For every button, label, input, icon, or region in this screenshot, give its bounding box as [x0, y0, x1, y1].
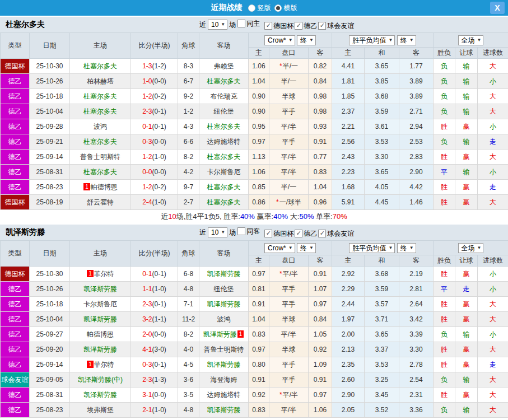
- team-name: 杜塞尔多夫: [83, 108, 117, 115]
- halftime-score: (0-0): [152, 330, 166, 338]
- corner-score: 4-3: [178, 119, 199, 134]
- corner-score: 4-0: [178, 342, 199, 357]
- avg-stage-select[interactable]: 终▼: [397, 35, 416, 45]
- team-name: 卡尔斯鲁厄: [207, 168, 241, 176]
- checkbox-checked-icon: ✓: [318, 230, 326, 237]
- handicap: 平手: [269, 104, 309, 119]
- league-filter-checkbox[interactable]: ✓德国杯: [264, 229, 293, 239]
- home-team: 1帕德博恩: [70, 180, 131, 195]
- home-odds: 0.97: [249, 134, 269, 150]
- home-odds: 0.83: [249, 403, 269, 418]
- layout-radio-option[interactable]: 竖版: [248, 3, 271, 13]
- avg-draw-odds: 3.68: [365, 89, 399, 104]
- fulltime-score: 2-3: [142, 376, 152, 384]
- league-badge: 德乙: [1, 312, 30, 327]
- result-outcome: 平: [434, 165, 455, 180]
- fulltime-score: 2-4: [142, 198, 152, 206]
- odds-provider-select[interactable]: Crow*▼: [264, 35, 295, 45]
- result-outcome: 负: [434, 134, 455, 150]
- away-team: 凯泽斯劳滕: [199, 403, 249, 418]
- league-filter-checkbox[interactable]: ✓球会友谊: [318, 229, 354, 239]
- avg-draw-odds: 3.25: [365, 372, 399, 388]
- home-team: 埃弗斯堡: [70, 403, 131, 418]
- odds-stage-select[interactable]: 终▼: [297, 35, 316, 45]
- avg-home-odds: 2.44: [332, 297, 365, 312]
- fullgame-select[interactable]: 全场▼: [458, 35, 484, 45]
- score: 3-2(1-1): [131, 312, 178, 327]
- team-name: 凯泽斯劳滕: [207, 300, 241, 308]
- select-value: 全场: [462, 244, 475, 252]
- fullgame-select[interactable]: 全场▼: [458, 243, 484, 253]
- away-odds: 0.83: [309, 165, 332, 180]
- layout-radio-selected[interactable]: 横版: [274, 3, 297, 13]
- avg-odds-select[interactable]: 胜平负均值▼: [349, 243, 395, 253]
- chevron-down-icon: ▼: [477, 36, 482, 44]
- odds-stage-select[interactable]: 终▼: [297, 243, 316, 253]
- match-row: 德国杯25-08-19舒云霍特2-4(1-0)2-7杜塞尔多夫0.86*一/球半…: [1, 195, 508, 210]
- away-team: 凯泽斯劳滕1: [199, 327, 249, 342]
- match-count-select[interactable]: 10▼: [208, 20, 227, 30]
- games-label: 场: [229, 228, 236, 237]
- match-count-select[interactable]: 10▼: [208, 227, 227, 237]
- handicap-outcome: 赢: [455, 388, 478, 403]
- away-odds: 0.93: [309, 119, 332, 134]
- match-row: 德乙25-10-26柏林赫塔1-0(0-0)6-7杜塞尔多夫1.04半/一0.8…: [1, 74, 508, 89]
- corner-score: 8-3: [178, 59, 199, 74]
- halftime-score: (1-2): [152, 62, 166, 70]
- home-team: 卡尔斯鲁厄: [70, 297, 131, 312]
- avg-away-odds: 2.71: [399, 104, 434, 119]
- score: 0-3(0-1): [131, 357, 178, 372]
- checkbox-checked-icon: ✓: [318, 22, 326, 30]
- score: 0-3(0-0): [131, 134, 178, 150]
- avg-away-odds: 3.39: [399, 327, 434, 342]
- away-team: 布伦瑞克: [199, 89, 249, 104]
- avg-away-odds: 2.78: [399, 357, 434, 372]
- filter-bar: 近 10▼ 场 同主✓德国杯✓德乙✓球会友谊: [199, 17, 357, 32]
- select-value: 胜平负均值: [352, 244, 386, 252]
- home-odds: 1.06: [249, 165, 269, 180]
- goals-outcome: 大: [478, 89, 508, 104]
- league-badge: 德乙: [1, 327, 30, 342]
- checkbox-checked-icon: ✓: [264, 230, 272, 237]
- league-filter-checkbox[interactable]: ✓球会友谊: [318, 21, 354, 31]
- team-name: 普鲁士明斯特: [204, 346, 244, 353]
- goals-outcome: 大: [478, 104, 508, 119]
- handicap: *半/一: [269, 59, 309, 74]
- league-badge: 德乙: [1, 89, 30, 104]
- away-odds: 0.84: [309, 74, 332, 89]
- chevron-down-icon: ▼: [477, 244, 482, 252]
- summary-part: 70%: [333, 212, 347, 221]
- halftime-score: (0-2): [152, 183, 166, 191]
- league-filter-checkbox[interactable]: ✓德国杯: [264, 21, 293, 31]
- avg-home-odds: 1.85: [332, 89, 365, 104]
- match-row: 德乙25-09-20凯泽斯劳滕4-1(3-0)4-0普鲁士明斯特0.97半球0.…: [1, 342, 508, 357]
- avg-stage-select[interactable]: 终▼: [397, 243, 416, 253]
- result-outcome: 胜: [434, 388, 455, 403]
- away-team: 凯泽斯劳滕: [199, 267, 249, 282]
- match-row: 德乙25-09-141菲尔特0-3(0-1)4-5凯泽斯劳滕0.80平手1.09…: [1, 357, 508, 372]
- halftime-score: (1-0): [152, 198, 166, 206]
- avg-draw-odds: 3.71: [365, 312, 399, 327]
- handicap-outcome: 赢: [455, 267, 478, 282]
- team-name: 纽伦堡: [214, 108, 234, 115]
- avg-away-odds: 4.42: [399, 180, 434, 195]
- home-odds: 1.06: [249, 59, 269, 74]
- avg-home-odds: 2.05: [332, 403, 365, 418]
- goals-outcome: 大: [478, 312, 508, 327]
- odds-provider-select[interactable]: Crow*▼: [264, 243, 295, 253]
- avg-odds-select[interactable]: 胜平负均值▼: [349, 35, 395, 45]
- league-filter-checkbox[interactable]: ✓德乙: [295, 21, 317, 31]
- checkbox-label: 同主: [246, 19, 260, 29]
- col-header-away: 客场: [199, 33, 249, 59]
- avg-draw-odds: 3.59: [365, 282, 399, 297]
- avg-draw-odds: 3.53: [365, 357, 399, 372]
- match-row: 德乙25-09-28波鸿0-1(0-1)4-3杜塞尔多夫0.95平/半0.932…: [1, 119, 508, 134]
- close-button[interactable]: X: [490, 2, 505, 14]
- fulltime-score: 0-3: [142, 361, 152, 368]
- league-filter-checkbox[interactable]: 同主: [237, 19, 260, 29]
- league-filter-checkbox[interactable]: ✓德乙: [295, 229, 317, 239]
- away-odds: 0.91: [309, 267, 332, 282]
- sub-header-goals: 进球数: [478, 48, 508, 59]
- league-filter-checkbox[interactable]: 同客: [237, 227, 260, 236]
- handicap-outcome: 输: [455, 327, 478, 342]
